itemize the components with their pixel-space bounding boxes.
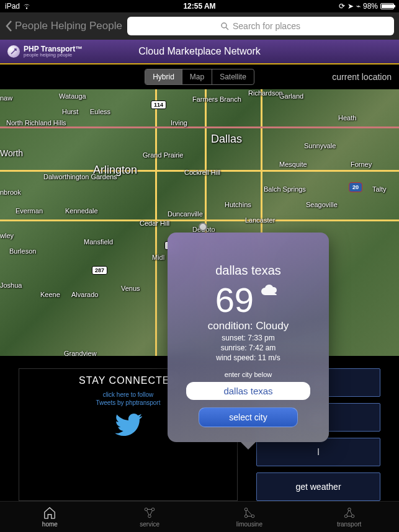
brand-tagline: people helping people [24, 53, 83, 58]
weather-enter-label: enter city below [180, 371, 316, 378]
back-button[interactable]: People Helping People [5, 20, 122, 32]
map-label: Seagoville [306, 201, 338, 208]
map-label: Grandview [64, 350, 97, 356]
tab-bar: home service limousine transport [0, 501, 399, 532]
weather-sunset: sunset: 7:33 pm [180, 334, 316, 342]
get-weather-button[interactable]: get weather [256, 472, 380, 501]
map-label: Dalworthington Gardens [43, 173, 117, 180]
map-label: Hutchins [225, 201, 251, 208]
limousine-icon [243, 506, 256, 520]
tab-transport[interactable]: transport [299, 502, 399, 532]
map-label: Venus [121, 285, 140, 292]
map-type-segmented: Hybrid Map Satellite [145, 69, 254, 85]
map-label: Lancaster [245, 216, 275, 224]
weather-location: dallas texas [180, 264, 316, 278]
svg-point-6 [244, 515, 248, 518]
map-label: Mesquite [279, 161, 307, 168]
select-city-button[interactable]: select city [199, 407, 298, 427]
svg-point-5 [251, 515, 254, 518]
brand-logo-icon [7, 45, 20, 58]
status-bar: iPad 12:55 AM ⟳ ➤ ⌁ 98% [0, 0, 399, 12]
tab-service[interactable]: service [100, 502, 200, 532]
map-label: nbrook [0, 188, 21, 196]
search-icon [221, 22, 229, 30]
weather-condition: condition: Cloudy [180, 320, 316, 332]
interstate-shield: 20 [349, 182, 362, 192]
map-label: Cockrell Hill [184, 169, 220, 176]
map-label: naw [0, 94, 12, 102]
brand-bar: PHP Transport™ people helping people Clo… [0, 40, 399, 64]
tab-label: limousine [236, 521, 262, 528]
map-label: Balch Springs [264, 185, 306, 193]
back-label: People Helping People [15, 20, 122, 32]
seg-hybrid[interactable]: Hybrid [145, 69, 182, 84]
svg-point-3 [148, 515, 151, 518]
map-label: Kennedale [65, 207, 98, 215]
map-label: Euless [90, 108, 110, 115]
cloud-icon [260, 283, 281, 300]
location-icon: ➤ [347, 2, 354, 11]
svg-point-0 [222, 23, 226, 28]
tab-label: home [42, 521, 58, 528]
svg-point-4 [244, 508, 248, 511]
map-pin[interactable] [199, 223, 207, 231]
map-label: Worth [0, 148, 23, 158]
map-label: Hurst [62, 108, 78, 115]
transport-icon [343, 506, 356, 520]
map-label: Heath [338, 114, 356, 122]
seg-satellite[interactable]: Satellite [212, 69, 254, 84]
map-label: Sunnyvale [304, 142, 336, 149]
tab-home[interactable]: home [0, 502, 100, 532]
map-label: wley [0, 232, 14, 239]
current-location-button[interactable]: current location [332, 72, 392, 82]
weather-temp: 69 [215, 283, 254, 317]
map-label: Richardson [248, 89, 283, 97]
clock: 12:55 AM [183, 2, 215, 11]
svg-point-9 [347, 508, 351, 511]
weather-wind: wind speed: 11 m/s [180, 353, 316, 362]
map-label: Keene [40, 291, 60, 298]
seg-map[interactable]: Map [182, 69, 212, 84]
map-label: Irving [171, 119, 187, 126]
svg-point-1 [145, 508, 148, 511]
map-label: Burleson [9, 247, 36, 255]
tab-limousine[interactable]: limousine [200, 502, 300, 532]
weather-sunrise: sunrise: 7:42 am [180, 344, 316, 352]
map-label: Mansfield [84, 238, 113, 246]
chevron-left-icon [5, 20, 12, 32]
highway-shield: 287 [92, 266, 107, 275]
svg-point-7 [344, 515, 347, 518]
map-label: Talty [372, 185, 387, 193]
weather-popover: dallas texas 69 condition: Cloudy sunset… [168, 233, 329, 442]
map-label: Farmers Branch [192, 95, 241, 103]
map-label: Cedar Hill [140, 219, 169, 227]
battery-pct: 98% [363, 2, 378, 11]
search-input[interactable]: Search for places [127, 17, 394, 35]
wifi-icon [22, 3, 31, 9]
map-label: Grand Prairie [143, 151, 183, 159]
map-label: Duncanville [168, 210, 203, 218]
map-label: Dallas [211, 133, 242, 146]
tab-label: transport [337, 521, 361, 528]
map-label: Joshua [0, 282, 22, 289]
search-placeholder: Search for places [233, 21, 300, 31]
svg-point-2 [151, 508, 155, 511]
map-label: Alvarado [71, 291, 98, 298]
home-icon [43, 506, 56, 520]
highway-shield: 114 [151, 100, 166, 109]
map-label: Watauga [59, 92, 86, 100]
service-icon [143, 506, 156, 520]
tab-label: service [140, 521, 159, 528]
map-label: North Richland Hills [6, 119, 66, 126]
brand-title: Cloud Marketplace Network [138, 46, 261, 57]
bluetooth-icon: ⌁ [356, 2, 361, 11]
svg-point-8 [351, 515, 354, 518]
map-label: Forney [351, 161, 372, 168]
nav-bar: People Helping People Search for places [0, 12, 399, 40]
device-label: iPad [5, 2, 20, 11]
city-input[interactable] [186, 382, 310, 400]
map-label: Everman [16, 207, 43, 215]
map-label: Midl [152, 254, 164, 261]
battery-icon [380, 3, 394, 9]
orientation-lock-icon: ⟳ [339, 2, 345, 11]
